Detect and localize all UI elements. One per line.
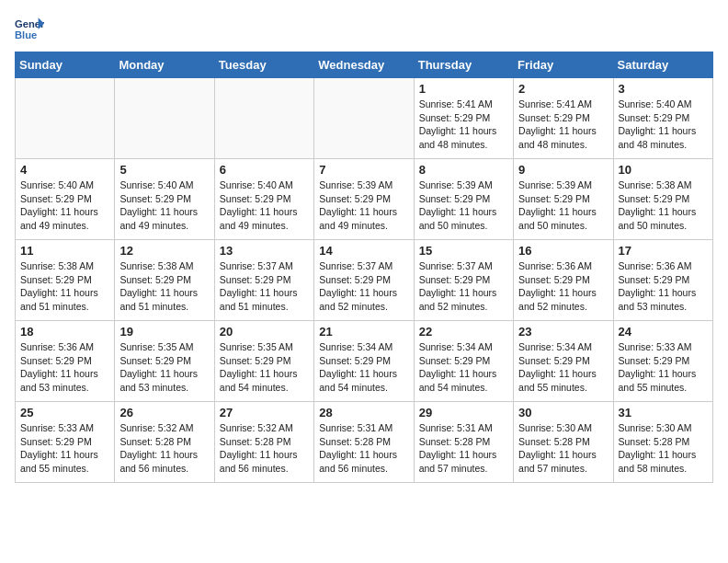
cell-info: Sunrise: 5:37 AM Sunset: 5:29 PM Dayligh… — [419, 259, 508, 314]
cell-info: Sunrise: 5:34 AM Sunset: 5:29 PM Dayligh… — [518, 340, 608, 395]
calendar-cell: 21Sunrise: 5:34 AM Sunset: 5:29 PM Dayli… — [314, 321, 414, 402]
day-number: 7 — [319, 163, 408, 177]
page-header: General Blue — [15, 15, 713, 44]
day-number: 31 — [619, 406, 708, 419]
day-number: 4 — [20, 163, 109, 177]
calendar-cell: 4Sunrise: 5:40 AM Sunset: 5:29 PM Daylig… — [16, 159, 115, 240]
cell-info: Sunrise: 5:40 AM Sunset: 5:29 PM Dayligh… — [119, 178, 209, 233]
calendar-cell: 25Sunrise: 5:33 AM Sunset: 5:29 PM Dayli… — [16, 402, 115, 483]
weekday-header: Tuesday — [214, 52, 313, 78]
calendar-cell: 16Sunrise: 5:36 AM Sunset: 5:29 PM Dayli… — [514, 240, 613, 321]
cell-info: Sunrise: 5:38 AM Sunset: 5:29 PM Dayligh… — [20, 259, 109, 314]
calendar-cell: 29Sunrise: 5:31 AM Sunset: 5:28 PM Dayli… — [414, 402, 513, 483]
calendar-body: 1Sunrise: 5:41 AM Sunset: 5:29 PM Daylig… — [16, 78, 713, 483]
day-number: 22 — [419, 325, 508, 339]
calendar-cell: 5Sunrise: 5:40 AM Sunset: 5:29 PM Daylig… — [115, 159, 214, 240]
day-number: 25 — [20, 406, 109, 419]
day-number: 1 — [419, 82, 508, 96]
calendar-cell — [115, 78, 214, 159]
calendar-cell: 23Sunrise: 5:34 AM Sunset: 5:29 PM Dayli… — [514, 321, 613, 402]
day-number: 24 — [619, 325, 708, 339]
day-number: 18 — [20, 325, 109, 339]
calendar-cell — [314, 78, 414, 159]
cell-info: Sunrise: 5:30 AM Sunset: 5:28 PM Dayligh… — [619, 421, 708, 476]
calendar-cell: 13Sunrise: 5:37 AM Sunset: 5:29 PM Dayli… — [214, 240, 313, 321]
cell-info: Sunrise: 5:41 AM Sunset: 5:29 PM Dayligh… — [518, 98, 608, 152]
calendar-cell: 20Sunrise: 5:35 AM Sunset: 5:29 PM Dayli… — [214, 321, 313, 402]
day-number: 6 — [220, 163, 309, 177]
calendar-cell — [214, 78, 313, 159]
day-number: 28 — [319, 406, 408, 419]
day-number: 13 — [220, 244, 309, 258]
day-number: 11 — [20, 244, 109, 258]
calendar-cell: 27Sunrise: 5:32 AM Sunset: 5:28 PM Dayli… — [214, 402, 313, 483]
day-number: 15 — [419, 244, 508, 258]
day-number: 27 — [220, 406, 309, 419]
day-number: 23 — [518, 325, 608, 339]
weekday-header: Friday — [514, 52, 613, 78]
calendar-cell: 30Sunrise: 5:30 AM Sunset: 5:28 PM Dayli… — [514, 402, 613, 483]
day-number: 9 — [518, 163, 608, 177]
svg-text:Blue: Blue — [15, 29, 37, 40]
calendar-cell: 26Sunrise: 5:32 AM Sunset: 5:28 PM Dayli… — [115, 402, 214, 483]
calendar-cell: 3Sunrise: 5:40 AM Sunset: 5:29 PM Daylig… — [613, 78, 712, 159]
cell-info: Sunrise: 5:39 AM Sunset: 5:29 PM Dayligh… — [419, 178, 508, 233]
weekday-header: Saturday — [613, 52, 712, 78]
calendar-cell: 15Sunrise: 5:37 AM Sunset: 5:29 PM Dayli… — [414, 240, 513, 321]
cell-info: Sunrise: 5:30 AM Sunset: 5:28 PM Dayligh… — [518, 421, 608, 476]
day-number: 29 — [419, 406, 508, 419]
cell-info: Sunrise: 5:32 AM Sunset: 5:28 PM Dayligh… — [119, 421, 209, 476]
day-number: 3 — [619, 82, 708, 96]
cell-info: Sunrise: 5:31 AM Sunset: 5:28 PM Dayligh… — [319, 421, 408, 476]
calendar-cell: 24Sunrise: 5:33 AM Sunset: 5:29 PM Dayli… — [613, 321, 712, 402]
calendar-week-row: 25Sunrise: 5:33 AM Sunset: 5:29 PM Dayli… — [16, 402, 713, 483]
weekday-header: Monday — [115, 52, 214, 78]
day-number: 19 — [119, 325, 209, 339]
cell-info: Sunrise: 5:33 AM Sunset: 5:29 PM Dayligh… — [619, 340, 708, 395]
calendar-cell: 17Sunrise: 5:36 AM Sunset: 5:29 PM Dayli… — [613, 240, 712, 321]
cell-info: Sunrise: 5:36 AM Sunset: 5:29 PM Dayligh… — [20, 340, 109, 395]
cell-info: Sunrise: 5:36 AM Sunset: 5:29 PM Dayligh… — [619, 259, 708, 314]
cell-info: Sunrise: 5:32 AM Sunset: 5:28 PM Dayligh… — [220, 421, 309, 476]
weekday-header-row: SundayMondayTuesdayWednesdayThursdayFrid… — [16, 52, 713, 78]
calendar-cell: 9Sunrise: 5:39 AM Sunset: 5:29 PM Daylig… — [514, 159, 613, 240]
weekday-header: Thursday — [414, 52, 513, 78]
cell-info: Sunrise: 5:40 AM Sunset: 5:29 PM Dayligh… — [220, 178, 309, 233]
calendar-cell: 8Sunrise: 5:39 AM Sunset: 5:29 PM Daylig… — [414, 159, 513, 240]
day-number: 20 — [220, 325, 309, 339]
cell-info: Sunrise: 5:38 AM Sunset: 5:29 PM Dayligh… — [119, 259, 209, 314]
day-number: 2 — [518, 82, 608, 96]
calendar-cell: 2Sunrise: 5:41 AM Sunset: 5:29 PM Daylig… — [514, 78, 613, 159]
day-number: 5 — [119, 163, 209, 177]
cell-info: Sunrise: 5:36 AM Sunset: 5:29 PM Dayligh… — [518, 259, 608, 314]
calendar-cell: 19Sunrise: 5:35 AM Sunset: 5:29 PM Dayli… — [115, 321, 214, 402]
cell-info: Sunrise: 5:31 AM Sunset: 5:28 PM Dayligh… — [419, 421, 508, 476]
calendar-cell: 31Sunrise: 5:30 AM Sunset: 5:28 PM Dayli… — [613, 402, 712, 483]
logo: General Blue — [15, 15, 44, 44]
calendar-week-row: 1Sunrise: 5:41 AM Sunset: 5:29 PM Daylig… — [16, 78, 713, 159]
day-number: 21 — [319, 325, 408, 339]
weekday-header: Wednesday — [314, 52, 414, 78]
day-number: 16 — [518, 244, 608, 258]
cell-info: Sunrise: 5:37 AM Sunset: 5:29 PM Dayligh… — [319, 259, 408, 314]
calendar-week-row: 4Sunrise: 5:40 AM Sunset: 5:29 PM Daylig… — [16, 159, 713, 240]
calendar-cell: 28Sunrise: 5:31 AM Sunset: 5:28 PM Dayli… — [314, 402, 414, 483]
day-number: 10 — [619, 163, 708, 177]
cell-info: Sunrise: 5:41 AM Sunset: 5:29 PM Dayligh… — [419, 98, 508, 152]
calendar-cell: 1Sunrise: 5:41 AM Sunset: 5:29 PM Daylig… — [414, 78, 513, 159]
day-number: 30 — [518, 406, 608, 419]
calendar-cell: 10Sunrise: 5:38 AM Sunset: 5:29 PM Dayli… — [613, 159, 712, 240]
day-number: 8 — [419, 163, 508, 177]
cell-info: Sunrise: 5:33 AM Sunset: 5:29 PM Dayligh… — [20, 421, 109, 476]
calendar-cell: 6Sunrise: 5:40 AM Sunset: 5:29 PM Daylig… — [214, 159, 313, 240]
weekday-header: Sunday — [16, 52, 115, 78]
calendar-cell: 22Sunrise: 5:34 AM Sunset: 5:29 PM Dayli… — [414, 321, 513, 402]
cell-info: Sunrise: 5:34 AM Sunset: 5:29 PM Dayligh… — [319, 340, 408, 395]
cell-info: Sunrise: 5:35 AM Sunset: 5:29 PM Dayligh… — [220, 340, 309, 395]
calendar-cell: 14Sunrise: 5:37 AM Sunset: 5:29 PM Dayli… — [314, 240, 414, 321]
cell-info: Sunrise: 5:40 AM Sunset: 5:29 PM Dayligh… — [20, 178, 109, 233]
cell-info: Sunrise: 5:38 AM Sunset: 5:29 PM Dayligh… — [619, 178, 708, 233]
calendar-cell: 12Sunrise: 5:38 AM Sunset: 5:29 PM Dayli… — [115, 240, 214, 321]
calendar-cell: 7Sunrise: 5:39 AM Sunset: 5:29 PM Daylig… — [314, 159, 414, 240]
calendar-cell — [16, 78, 115, 159]
